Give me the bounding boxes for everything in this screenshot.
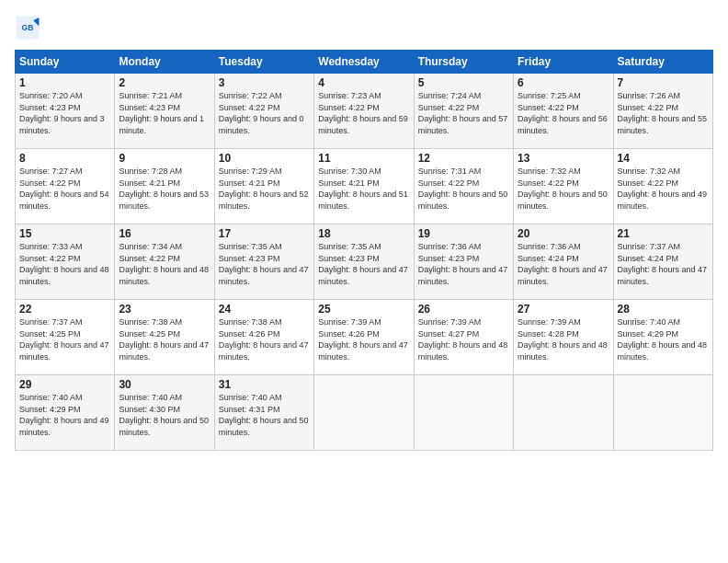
day-info: Sunrise: 7:25 AM Sunset: 4:22 PM Dayligh…: [518, 90, 609, 136]
day-number: 29: [19, 378, 110, 391]
calendar-cell: 20 Sunrise: 7:36 AM Sunset: 4:24 PM Dayl…: [514, 224, 613, 300]
calendar-cell: 6 Sunrise: 7:25 AM Sunset: 4:22 PM Dayli…: [514, 74, 613, 149]
calendar-cell: 28 Sunrise: 7:40 AM Sunset: 4:29 PM Dayl…: [613, 300, 712, 375]
weekday-header-cell: Wednesday: [314, 51, 414, 74]
calendar-cell: 26 Sunrise: 7:39 AM Sunset: 4:27 PM Dayl…: [414, 300, 513, 375]
day-info: Sunrise: 7:31 AM Sunset: 4:22 PM Dayligh…: [418, 166, 509, 212]
weekday-header-cell: Sunday: [16, 51, 115, 74]
calendar-cell: 19 Sunrise: 7:36 AM Sunset: 4:23 PM Dayl…: [414, 224, 513, 300]
calendar-cell: 17 Sunrise: 7:35 AM Sunset: 4:23 PM Dayl…: [214, 224, 313, 300]
day-number: 2: [119, 76, 210, 89]
calendar-cell: 25 Sunrise: 7:39 AM Sunset: 4:26 PM Dayl…: [314, 300, 414, 375]
page: GB SundayMondayTuesdayWednesdayThursdayF…: [0, 0, 728, 563]
calendar-cell: [414, 375, 513, 451]
day-info: Sunrise: 7:33 AM Sunset: 4:22 PM Dayligh…: [19, 241, 110, 287]
day-info: Sunrise: 7:27 AM Sunset: 4:22 PM Dayligh…: [19, 166, 110, 212]
day-number: 23: [119, 303, 210, 316]
calendar-cell: 16 Sunrise: 7:34 AM Sunset: 4:22 PM Dayl…: [115, 224, 214, 300]
calendar-cell: 29 Sunrise: 7:40 AM Sunset: 4:29 PM Dayl…: [16, 375, 115, 451]
logo: GB: [15, 15, 44, 40]
day-number: 9: [119, 152, 210, 165]
svg-text:GB: GB: [22, 23, 34, 32]
day-number: 19: [418, 227, 509, 240]
calendar-cell: 27 Sunrise: 7:39 AM Sunset: 4:28 PM Dayl…: [514, 300, 613, 375]
day-info: Sunrise: 7:36 AM Sunset: 4:23 PM Dayligh…: [418, 241, 509, 287]
day-number: 5: [418, 76, 509, 89]
day-number: 27: [518, 303, 609, 316]
day-info: Sunrise: 7:29 AM Sunset: 4:21 PM Dayligh…: [219, 166, 310, 212]
calendar-cell: 24 Sunrise: 7:38 AM Sunset: 4:26 PM Dayl…: [214, 300, 313, 375]
day-number: 22: [19, 303, 110, 316]
header: GB: [15, 15, 713, 40]
calendar-cell: 30 Sunrise: 7:40 AM Sunset: 4:30 PM Dayl…: [115, 375, 214, 451]
day-number: 6: [518, 76, 609, 89]
day-info: Sunrise: 7:39 AM Sunset: 4:26 PM Dayligh…: [318, 316, 409, 362]
calendar-cell: 23 Sunrise: 7:38 AM Sunset: 4:25 PM Dayl…: [115, 300, 214, 375]
day-number: 16: [119, 227, 210, 240]
day-info: Sunrise: 7:23 AM Sunset: 4:22 PM Dayligh…: [318, 90, 409, 136]
weekday-header-cell: Thursday: [414, 51, 513, 74]
day-info: Sunrise: 7:32 AM Sunset: 4:22 PM Dayligh…: [618, 166, 709, 212]
day-number: 8: [19, 152, 110, 165]
day-number: 4: [318, 76, 409, 89]
calendar-cell: 22 Sunrise: 7:37 AM Sunset: 4:25 PM Dayl…: [16, 300, 115, 375]
day-number: 28: [618, 303, 709, 316]
calendar-body: 1 Sunrise: 7:20 AM Sunset: 4:23 PM Dayli…: [16, 74, 713, 451]
day-info: Sunrise: 7:21 AM Sunset: 4:23 PM Dayligh…: [119, 90, 210, 136]
calendar-row: 15 Sunrise: 7:33 AM Sunset: 4:22 PM Dayl…: [16, 224, 713, 300]
day-number: 25: [318, 303, 409, 316]
day-info: Sunrise: 7:20 AM Sunset: 4:23 PM Dayligh…: [19, 90, 110, 136]
calendar-cell: [514, 375, 613, 451]
calendar-row: 29 Sunrise: 7:40 AM Sunset: 4:29 PM Dayl…: [16, 375, 713, 451]
calendar-cell: 18 Sunrise: 7:35 AM Sunset: 4:23 PM Dayl…: [314, 224, 414, 300]
weekday-header-cell: Monday: [115, 51, 214, 74]
calendar-cell: 21 Sunrise: 7:37 AM Sunset: 4:24 PM Dayl…: [613, 224, 712, 300]
calendar-cell: 12 Sunrise: 7:31 AM Sunset: 4:22 PM Dayl…: [414, 149, 513, 224]
calendar-table: SundayMondayTuesdayWednesdayThursdayFrid…: [15, 50, 713, 451]
day-info: Sunrise: 7:34 AM Sunset: 4:22 PM Dayligh…: [119, 241, 210, 287]
day-number: 31: [219, 378, 310, 391]
calendar-cell: 8 Sunrise: 7:27 AM Sunset: 4:22 PM Dayli…: [16, 149, 115, 224]
day-number: 20: [518, 227, 609, 240]
day-info: Sunrise: 7:24 AM Sunset: 4:22 PM Dayligh…: [418, 90, 509, 136]
weekday-header-cell: Friday: [514, 51, 613, 74]
day-number: 14: [618, 152, 709, 165]
logo-icon: GB: [15, 15, 40, 40]
calendar-cell: 31 Sunrise: 7:40 AM Sunset: 4:31 PM Dayl…: [214, 375, 313, 451]
calendar-cell: 10 Sunrise: 7:29 AM Sunset: 4:21 PM Dayl…: [214, 149, 313, 224]
calendar-row: 8 Sunrise: 7:27 AM Sunset: 4:22 PM Dayli…: [16, 149, 713, 224]
day-info: Sunrise: 7:38 AM Sunset: 4:26 PM Dayligh…: [219, 316, 310, 362]
weekday-header-row: SundayMondayTuesdayWednesdayThursdayFrid…: [16, 51, 713, 74]
day-info: Sunrise: 7:37 AM Sunset: 4:25 PM Dayligh…: [19, 316, 110, 362]
day-number: 11: [318, 152, 409, 165]
day-info: Sunrise: 7:32 AM Sunset: 4:22 PM Dayligh…: [518, 166, 609, 212]
day-number: 18: [318, 227, 409, 240]
day-info: Sunrise: 7:30 AM Sunset: 4:21 PM Dayligh…: [318, 166, 409, 212]
day-number: 21: [618, 227, 709, 240]
day-info: Sunrise: 7:22 AM Sunset: 4:22 PM Dayligh…: [219, 90, 310, 136]
day-info: Sunrise: 7:38 AM Sunset: 4:25 PM Dayligh…: [119, 316, 210, 362]
day-number: 12: [418, 152, 509, 165]
calendar-cell: 4 Sunrise: 7:23 AM Sunset: 4:22 PM Dayli…: [314, 74, 414, 149]
day-info: Sunrise: 7:40 AM Sunset: 4:29 PM Dayligh…: [618, 316, 709, 362]
calendar-cell: 11 Sunrise: 7:30 AM Sunset: 4:21 PM Dayl…: [314, 149, 414, 224]
calendar-cell: 2 Sunrise: 7:21 AM Sunset: 4:23 PM Dayli…: [115, 74, 214, 149]
day-info: Sunrise: 7:37 AM Sunset: 4:24 PM Dayligh…: [618, 241, 709, 287]
day-number: 3: [219, 76, 310, 89]
day-info: Sunrise: 7:36 AM Sunset: 4:24 PM Dayligh…: [518, 241, 609, 287]
day-number: 13: [518, 152, 609, 165]
day-info: Sunrise: 7:26 AM Sunset: 4:22 PM Dayligh…: [618, 90, 709, 136]
day-number: 15: [19, 227, 110, 240]
day-info: Sunrise: 7:39 AM Sunset: 4:27 PM Dayligh…: [418, 316, 509, 362]
calendar-cell: 15 Sunrise: 7:33 AM Sunset: 4:22 PM Dayl…: [16, 224, 115, 300]
calendar-cell: 5 Sunrise: 7:24 AM Sunset: 4:22 PM Dayli…: [414, 74, 513, 149]
day-number: 26: [418, 303, 509, 316]
calendar-cell: 1 Sunrise: 7:20 AM Sunset: 4:23 PM Dayli…: [16, 74, 115, 149]
day-info: Sunrise: 7:40 AM Sunset: 4:30 PM Dayligh…: [119, 392, 210, 438]
calendar-cell: [613, 375, 712, 451]
day-number: 30: [119, 378, 210, 391]
day-info: Sunrise: 7:39 AM Sunset: 4:28 PM Dayligh…: [518, 316, 609, 362]
day-info: Sunrise: 7:35 AM Sunset: 4:23 PM Dayligh…: [318, 241, 409, 287]
weekday-header-cell: Saturday: [613, 51, 712, 74]
calendar-row: 22 Sunrise: 7:37 AM Sunset: 4:25 PM Dayl…: [16, 300, 713, 375]
